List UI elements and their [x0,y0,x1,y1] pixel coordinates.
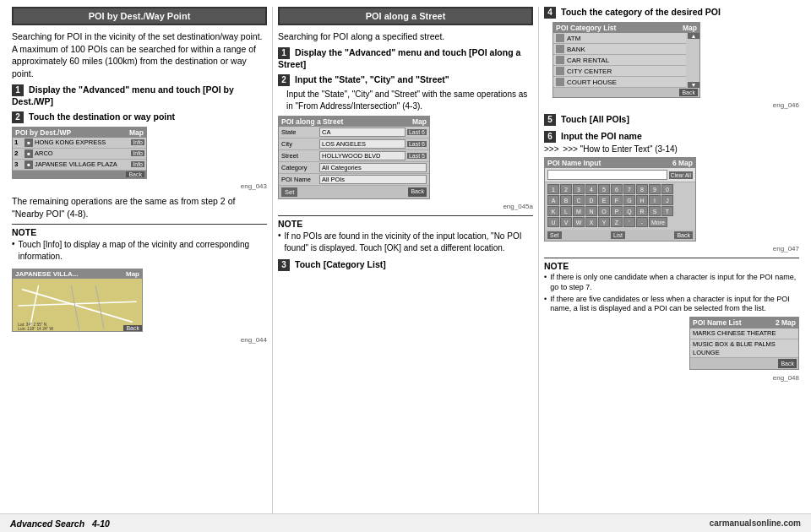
key-7[interactable]: 7 [623,184,635,194]
key-t[interactable]: T [661,206,673,216]
back-btn-043[interactable]: Back [126,171,144,177]
eng-044-label: eng_044 [12,336,267,344]
back-btn-cat[interactable]: Back [679,89,698,96]
key-a[interactable]: A [547,195,559,205]
key-k[interactable]: K [547,206,559,216]
right-step6: 6 Input the POI name >>> >>> "How to Ent… [544,131,799,252]
key-n[interactable]: N [585,206,597,216]
key-u[interactable]: U [547,217,559,227]
back-btn-form[interactable]: Back [408,187,427,197]
map-back-btn[interactable]: Back [123,325,142,331]
key-dash[interactable]: - [636,217,648,227]
key-y[interactable]: Y [598,217,610,227]
key-i[interactable]: I [649,195,661,205]
key-p[interactable]: P [611,206,623,216]
key-j[interactable]: J [661,195,673,205]
kb-set-btn[interactable]: Set [547,231,562,239]
poi-name-input[interactable] [547,170,667,180]
key-d[interactable]: D [585,195,597,205]
key-1[interactable]: 1 [547,184,559,194]
column-left: POI by Dest./Way Point Searching for POI… [7,7,272,513]
key-v[interactable]: V [560,217,572,227]
state-last6-btn[interactable]: Last 6 [407,129,427,135]
scroll-up-btn[interactable]: ▲ [688,33,699,39]
form-footer: Set Back [279,186,429,198]
nav-screen-footer: Back [13,171,146,178]
eng-043-label: eng_043 [12,182,267,190]
footer-watermark: carmanualsonline.com [710,518,801,528]
cat-screen-046: POI Category List Map ATM BANK [552,22,700,98]
key-x[interactable]: X [585,217,597,227]
kb-back-btn[interactable]: Back [674,231,693,239]
column-right: 4 Touch the category of the desired POI … [539,7,804,513]
key-5[interactable]: 5 [598,184,610,194]
cat-row-bank[interactable]: BANK [553,44,686,55]
cat-row-city[interactable]: CITY CENTER [553,66,686,77]
city-last6-btn[interactable]: Last 6 [407,141,427,147]
right-step4-title: Touch the category of the desired POI [561,7,721,17]
key-g[interactable]: G [623,195,635,205]
kb-row-a-j: A B C D E F G H I J [547,195,693,205]
cat-row-court[interactable]: COURT HOUSE [553,77,686,88]
mid-step3-num: 3 [278,259,290,271]
column-mid: POI along a Street Searching for POI alo… [272,7,539,513]
key-r[interactable]: R [636,206,648,216]
key-8[interactable]: 8 [636,184,648,194]
form-poiname-row: POI Name All POIs [279,174,429,186]
key-e[interactable]: E [598,195,610,205]
mid-step3-title: Touch [Category List] [295,259,386,269]
mid-step3: 3 Touch [Category List] [278,259,533,271]
key-c[interactable]: C [573,195,585,205]
key-h[interactable]: H [636,195,648,205]
eng-045a-label: eng_045a [278,203,533,210]
info-btn-2[interactable]: Info [131,150,144,156]
map-screen-044: JAPANESE VILLA... Map Lat: 34° 2 55" N L… [12,269,143,332]
nav-screen-043: POI by Dest./WP Map 1 ■ HONG KONG EXPRES… [12,127,147,179]
eng-046-label: eng_046 [544,101,799,109]
nav-row-2: 2 ■ ARCO Info [13,149,146,160]
kb-row-u-more: U V W X Y Z ' - More [547,217,693,227]
scroll-down-btn[interactable]: ▼ [688,82,699,88]
step2-title: Touch the destination or way point [29,111,175,122]
back-btn-list[interactable]: Back [778,359,797,368]
key-m[interactable]: M [573,206,585,216]
clear-all-btn[interactable]: Clear All [669,171,693,179]
key-3[interactable]: 3 [573,184,585,194]
right-step5-title: Touch [All POIs] [561,114,629,124]
cat-row-atm[interactable]: ATM [553,33,686,44]
kb-list-btn[interactable]: List [611,231,625,239]
key-o[interactable]: O [598,206,610,216]
bank-icon [556,45,564,53]
street-last5-btn[interactable]: Last 5 [407,153,427,159]
kb-input-row: Clear All [545,168,695,182]
key-2[interactable]: 2 [560,184,572,194]
list-screen-048: POI Name List 2 Map MARKS CHINESE THEATR… [689,317,799,370]
court-icon [556,78,564,86]
key-s[interactable]: S [649,206,661,216]
kb-row-k-t: K L M N O P Q R S T [547,206,693,216]
key-apos[interactable]: ' [623,217,635,227]
key-0[interactable]: 0 [661,184,673,194]
cat-row-car[interactable]: CAR RENTAL [553,55,686,66]
list-row-2[interactable]: MUSIC BOX & BLUE PALMS LOUNGE [690,339,798,359]
step2-num: 2 [12,111,24,123]
key-w[interactable]: W [573,217,585,227]
key-l[interactable]: L [560,206,572,216]
key-6[interactable]: 6 [611,184,623,194]
key-4[interactable]: 4 [585,184,597,194]
city-icon [556,67,564,75]
list-row-1[interactable]: MARKS CHINESE THEATRE [690,328,798,339]
info-btn-1[interactable]: Info [131,139,144,145]
key-q[interactable]: Q [623,206,635,216]
key-z[interactable]: Z [611,217,623,227]
set-btn-form[interactable]: Set [281,187,297,197]
mid-step2-num: 2 [278,74,290,86]
poi-icon-3: ■ [24,160,33,169]
key-more[interactable]: More [649,217,667,227]
key-f[interactable]: F [611,195,623,205]
eng-047-label: eng_047 [544,245,799,252]
mid-step2-desc: Input the "State", "City" and "Street" w… [286,89,533,112]
key-b[interactable]: B [560,195,572,205]
key-9[interactable]: 9 [649,184,661,194]
info-btn-3[interactable]: Info [131,161,144,167]
